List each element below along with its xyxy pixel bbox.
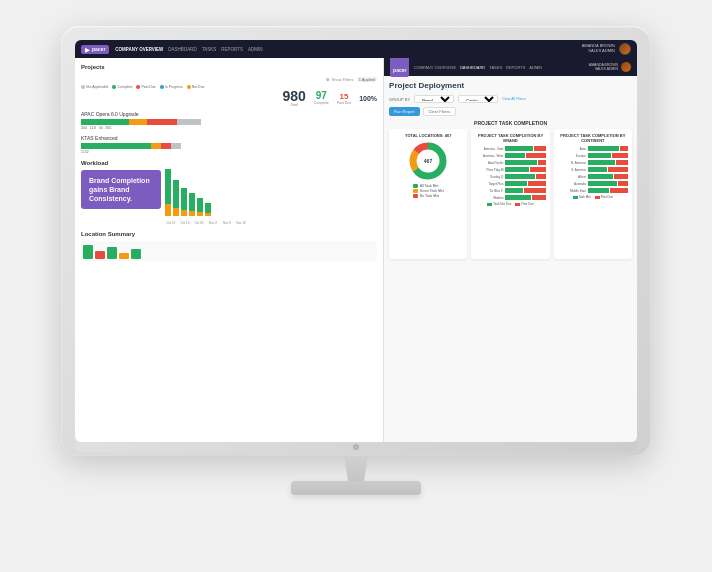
right-panel: pacer COMPANY OVERVIEW DASHBOARD TASKS R…	[384, 58, 637, 442]
nav-company-overview[interactable]: COMPANY OVERVIEW	[115, 47, 163, 52]
donut-legend: All Task Met Some Task Met	[413, 184, 444, 198]
brand-bars-8	[505, 195, 545, 200]
continent-label-3: N. America	[558, 161, 586, 165]
right-content: Project Deployment GROUP BY Brand Contin…	[384, 76, 637, 442]
filter-badge: 1 Applied	[357, 77, 377, 82]
total-location-label: TOTAL LOCATIONS: 467	[393, 133, 463, 138]
chart-by-brand: PROJECT TASK COMPLETION BY BRAND America…	[471, 129, 549, 259]
legend-dot-not-due	[187, 85, 191, 89]
projects-title: Projects	[81, 64, 105, 70]
legend-task-met: Task Met	[573, 195, 591, 199]
button-row: Run Report Clear Filters	[389, 107, 632, 116]
nav-admin[interactable]: ADMIN	[248, 47, 263, 52]
bar-group-4	[189, 193, 195, 216]
legend-not-applicable: Not Applicable	[81, 85, 108, 89]
progress-numbers-1: 344 118 44 365	[81, 126, 377, 130]
nav-reports[interactable]: REPORTS	[221, 47, 243, 52]
charts-grid: TOTAL LOCATIONS: 467	[389, 129, 632, 259]
workload-content: Brand Completion gains Brand Consistency…	[81, 170, 377, 225]
loc-bar-1	[83, 245, 93, 259]
group-by-label: GROUP BY	[389, 97, 410, 102]
monitor-base	[291, 481, 421, 495]
stat-pastdue: 15 Past Due	[337, 92, 351, 105]
legend-color-past-due-3	[595, 196, 600, 199]
group-by-select-brand[interactable]: Brand	[414, 95, 454, 103]
continent-red-4	[608, 167, 628, 172]
project-progress-1	[81, 119, 377, 125]
user-avatar[interactable]	[619, 43, 631, 55]
x-label-6: Nov 16	[235, 221, 247, 225]
group-by-select-continent[interactable]: Continent	[458, 95, 498, 103]
prog-num-1c: 44	[99, 126, 103, 130]
rnav-reports[interactable]: REPORTS	[506, 65, 525, 70]
brand-bars-3	[505, 160, 545, 165]
bar-group-1	[165, 169, 171, 216]
brand-bar-row-4: Price Flag-M	[475, 167, 545, 172]
brand-bars-1	[505, 146, 545, 151]
donut-chart: 467	[408, 141, 448, 181]
monitor-neck	[336, 456, 376, 481]
legend-color-some	[413, 189, 418, 193]
continent-bars-1	[588, 146, 628, 151]
continent-label-4: S. America	[558, 168, 586, 172]
brand-red-2	[526, 153, 546, 158]
brand-red-5	[536, 174, 546, 179]
brand-red-4	[530, 167, 546, 172]
monitor-screen: ▶ pacer COMPANY OVERVIEW DASHBOARD TASKS…	[75, 40, 637, 442]
rnav-dashboard[interactable]: DASHBOARD	[460, 65, 485, 70]
x-label-2: Oct 19	[179, 221, 191, 225]
right-user-avatar[interactable]	[621, 62, 631, 72]
monitor-power-button[interactable]	[353, 444, 359, 450]
brand-red-3	[538, 160, 546, 165]
app-logo[interactable]: ▶ pacer	[81, 45, 109, 54]
brand-bars-4	[505, 167, 545, 172]
continent-green-6	[588, 181, 617, 186]
continent-bar-row-6: Australia	[558, 181, 628, 186]
brand-green-7	[505, 188, 523, 193]
right-nav-logo[interactable]: pacer	[390, 58, 409, 77]
brand-bar-row-7: Tor Blue F.	[475, 188, 545, 193]
brand-red-8	[532, 195, 546, 200]
brand-label-8: Walters	[475, 196, 503, 200]
workload-chart: Oct 12 Oct 19 Oct 26 Nov 2 Nov 9 Nov 16	[165, 170, 377, 225]
continent-bars-5	[588, 174, 628, 179]
brand-green-1	[505, 146, 533, 151]
bar-yellow-5	[197, 212, 203, 216]
brand-bars-7	[505, 188, 545, 193]
nav-tasks[interactable]: TASKS	[202, 47, 216, 52]
bar-green-5	[197, 198, 203, 212]
projects-header: Projects	[81, 64, 377, 74]
user-info: AMANDA BROWN SALES ADMIN	[582, 44, 615, 54]
continent-bar-row-2: Europe	[558, 153, 628, 158]
prog-num-1b: 118	[90, 126, 96, 130]
clear-link[interactable]: Clear All Filters	[502, 97, 526, 101]
nav-dashboard[interactable]: DASHBOARD	[168, 47, 197, 52]
logo-icon: ▶	[85, 46, 90, 53]
continent-chart-legend: Task Met Past Due	[558, 195, 628, 199]
stat-complete-label: Complete	[314, 101, 329, 105]
legend-color-met	[413, 184, 418, 188]
rnav-company[interactable]: COMPANY OVERVIEW	[413, 65, 455, 70]
x-label-5: Nov 9	[221, 221, 233, 225]
left-panel: Projects ⚙ Show Filters 1 Applied	[75, 58, 384, 442]
continent-green-1	[588, 146, 619, 151]
continent-bar-row-1: Asia	[558, 146, 628, 151]
loc-bar-3	[107, 247, 117, 259]
right-nav: pacer COMPANY OVERVIEW DASHBOARD TASKS R…	[384, 58, 637, 76]
brand-highlight-text: Brand Completion gains Brand Consistency…	[89, 177, 150, 202]
legend-color-met-2	[573, 196, 578, 199]
brand-label-3: Asia Pacific	[475, 161, 503, 165]
continent-red-5	[614, 174, 628, 179]
rnav-tasks[interactable]: TASKS	[489, 65, 502, 70]
brand-red-7	[524, 188, 546, 193]
run-report-button[interactable]: Run Report	[389, 107, 419, 116]
projects-section: Projects ⚙ Show Filters 1 Applied	[81, 64, 377, 154]
brand-bar-row-6: Target Plus	[475, 181, 545, 186]
continent-label-1: Asia	[558, 147, 586, 151]
clear-filters-button[interactable]: Clear Filters	[423, 107, 457, 116]
rnav-admin[interactable]: ADMIN	[529, 65, 542, 70]
workload-title: Workload	[81, 160, 377, 166]
legend-in-progress: In Progress	[160, 85, 183, 89]
legend-past-due-2: Past Due	[515, 202, 533, 206]
brand-label-1: America - East	[475, 147, 503, 151]
